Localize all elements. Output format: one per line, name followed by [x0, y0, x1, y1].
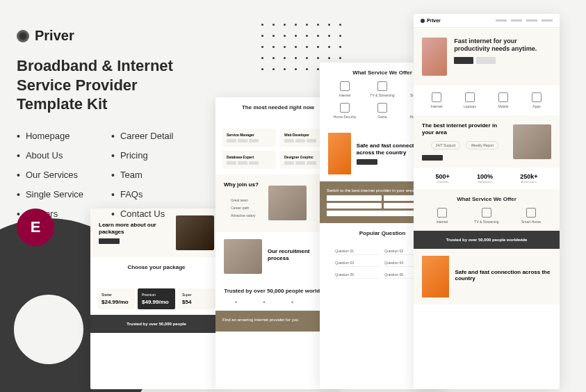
- page-link[interactable]: About Us: [17, 150, 83, 161]
- kit-title: Broadband & Internet Service Provider Te…: [17, 56, 204, 114]
- page-link[interactable]: Homepage: [17, 131, 83, 142]
- template-preview-pricing: Learn more about our packages Choose you…: [90, 209, 222, 389]
- page-link[interactable]: Pricing: [111, 150, 174, 161]
- page-link[interactable]: Team: [111, 170, 174, 181]
- page-link[interactable]: Single Service: [17, 189, 83, 200]
- hero-image: [422, 38, 447, 76]
- page-link[interactable]: Contact Us: [111, 209, 174, 220]
- page-list: Homepage About Us Our Services Single Se…: [17, 131, 204, 220]
- brand-logo: Priver: [17, 28, 204, 44]
- template-preview-homepage: Priver Fast internet for your productivi…: [414, 14, 560, 389]
- brand-name: Priver: [35, 28, 74, 44]
- logo-icon: [17, 30, 29, 42]
- trust-title: Trusted by over 50,000 people worldwide: [421, 238, 553, 242]
- section-title: The best internet provider in your area: [422, 122, 507, 136]
- hero-title: Fast internet for your productivity need…: [454, 38, 551, 53]
- page-link[interactable]: Career Detail: [111, 131, 174, 142]
- elementor-badge: E: [17, 209, 54, 246]
- page-link[interactable]: Our Services: [17, 170, 83, 181]
- page-link[interactable]: FAQs: [111, 189, 174, 200]
